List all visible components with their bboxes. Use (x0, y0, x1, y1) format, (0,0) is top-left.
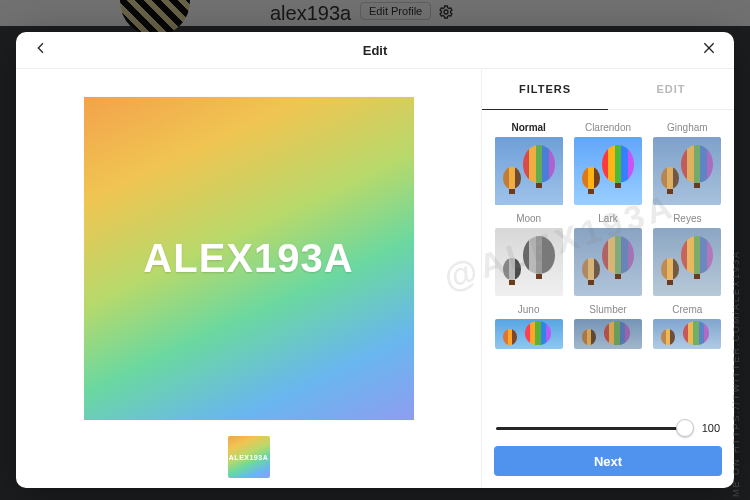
modal-body: ALEX193A ALEX193A FILTERS EDIT NormalCla… (16, 69, 734, 488)
filter-reyes[interactable]: Reyes (651, 209, 724, 296)
next-button[interactable]: Next (494, 446, 722, 476)
preview-image[interactable]: ALEX193A (84, 97, 414, 420)
preview-pane: ALEX193A ALEX193A (16, 69, 481, 488)
filter-strength-row: 100 (482, 414, 734, 438)
right-panel: FILTERS EDIT NormalClarendonGinghamMoonL… (481, 69, 734, 488)
filter-juno[interactable]: Juno (492, 300, 565, 349)
modal-title: Edit (363, 43, 388, 58)
filter-thumbnail (653, 137, 721, 205)
filter-thumbnail (495, 137, 563, 205)
filter-lark[interactable]: Lark (571, 209, 644, 296)
filter-label: Reyes (673, 213, 701, 224)
filter-thumbnail (574, 228, 642, 296)
filter-thumbnail (574, 137, 642, 205)
close-icon (701, 40, 717, 60)
filter-thumbnail (495, 228, 563, 296)
filter-normal[interactable]: Normal (492, 118, 565, 205)
filter-clarendon[interactable]: Clarendon (571, 118, 644, 205)
filter-strength-value: 100 (696, 422, 720, 434)
back-button[interactable] (26, 32, 56, 68)
filter-label: Normal (511, 122, 545, 133)
filter-label: Gingham (667, 122, 708, 133)
image-thumbnail[interactable]: ALEX193A (228, 436, 270, 478)
tabs: FILTERS EDIT (482, 69, 734, 110)
filters-grid: NormalClarendonGinghamMoonLarkReyesJunoS… (492, 118, 724, 349)
filter-crema[interactable]: Crema (651, 300, 724, 349)
filter-label: Juno (518, 304, 540, 315)
filter-gingham[interactable]: Gingham (651, 118, 724, 205)
slider-fill (496, 427, 686, 430)
filter-label: Moon (516, 213, 541, 224)
filter-label: Clarendon (585, 122, 631, 133)
filter-thumbnail (653, 228, 721, 296)
filter-label: Crema (672, 304, 702, 315)
filter-thumbnail (574, 319, 642, 349)
image-thumbnails: ALEX193A (228, 436, 270, 478)
filter-label: Lark (598, 213, 617, 224)
close-button[interactable] (694, 32, 724, 68)
filter-thumbnail (653, 319, 721, 349)
preview-overlay-text: ALEX193A (143, 236, 353, 281)
slider-knob[interactable] (676, 419, 694, 437)
filter-strength-slider[interactable] (496, 427, 686, 430)
filter-slumber[interactable]: Slumber (571, 300, 644, 349)
filters-scroll[interactable]: NormalClarendonGinghamMoonLarkReyesJunoS… (482, 110, 734, 414)
edit-modal: Edit ALEX193A ALEX193A FILTERS EDIT Norm… (16, 32, 734, 488)
filter-label: Slumber (589, 304, 626, 315)
modal-header: Edit (16, 32, 734, 69)
chevron-left-icon (33, 40, 49, 60)
filter-moon[interactable]: Moon (492, 209, 565, 296)
filter-thumbnail (495, 319, 563, 349)
tab-edit[interactable]: EDIT (608, 69, 734, 109)
next-row: Next (482, 438, 734, 488)
tab-filters[interactable]: FILTERS (482, 69, 608, 110)
thumbnail-overlay-text: ALEX193A (229, 454, 268, 461)
